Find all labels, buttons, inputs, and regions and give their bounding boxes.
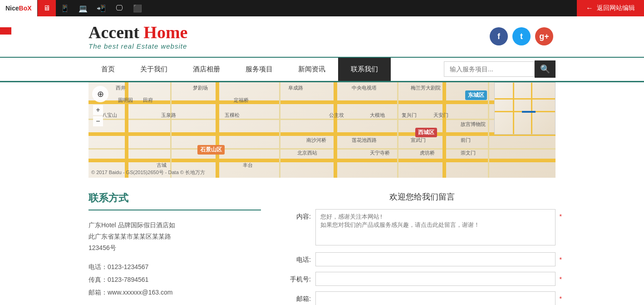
map-label-bajieshan: 八宝山 (102, 112, 117, 119)
content-input-wrap: * (315, 209, 556, 247)
back-edit-button[interactable]: ← 返回网站编辑 (577, 0, 644, 16)
email-label: 邮箱: (288, 291, 311, 303)
nav-search: 🔍 (444, 60, 556, 78)
googleplus-icon[interactable]: g+ (535, 27, 553, 45)
email-input-wrap: * (315, 291, 556, 305)
map-label-yutan: 玉泉路 (161, 112, 176, 119)
main-nav: 首页 关于我们 酒店相册 服务项目 新闻资讯 联系我们 🔍 (0, 58, 644, 82)
map-label-xuanwumen: 宣武门 (411, 137, 426, 144)
map-label-nanshahe: 南沙河桥 (306, 137, 326, 144)
qrcode-icon[interactable]: ⬛ (128, 0, 147, 16)
contact-section: 联系方式 广东Hotel 品牌国际假日酒店如 此广东省某某市某某区某某路 123… (88, 191, 261, 305)
contact-address: 广东Hotel 品牌国际假日酒店如 此广东省某某市某某区某某路 123456号 (88, 220, 261, 254)
map-label-meishu: 梅兰芳大剧院 (411, 85, 441, 91)
nav-gallery[interactable]: 酒店相册 (180, 58, 233, 81)
map-label-wulomat: 五棵松 (225, 112, 240, 119)
map-zoom-out[interactable]: − (93, 116, 103, 126)
district-dongcheng: 东城区 (465, 90, 487, 100)
admin-bar: NiceBoX 🖥 📱 💻 📲 🖵 ⬛ ← 返回网站编辑 (0, 0, 644, 16)
map-label-zhongyangdianshi: 中央电视塔 (352, 85, 377, 91)
mobile-icon[interactable]: 📱 (56, 0, 74, 16)
map-copyright: © 2017 Baidu - GS(2015)2650号 - Data © 长地… (91, 169, 205, 176)
content-textarea[interactable] (315, 209, 556, 245)
map-area[interactable]: 东城区 西城区 朝阳区 石景山区 西井 田府 梦剧场 定福桥 阜成路 中央电视塔… (88, 82, 556, 178)
map-label-jingxi: 北京西站 (297, 150, 317, 156)
back-arrow-icon: ← (586, 4, 593, 12)
nav-items: 首页 关于我们 酒店相册 服务项目 新闻资讯 联系我们 (88, 58, 444, 81)
nav-news[interactable]: 新闻资讯 (285, 58, 338, 81)
admin-bar-right: ← 返回网站编辑 (577, 0, 644, 16)
map-label-mengju: 梦剧场 (193, 85, 208, 91)
district-shijingshan: 石景山区 (197, 145, 225, 155)
contact-address-line1: 广东Hotel 品牌国际假日酒店如 (88, 220, 261, 231)
contact-address-line2: 此广东省某某市某某区某某路 (88, 231, 261, 242)
side-tab[interactable]: 起起 (0, 27, 11, 35)
map-label-dingfu: 定福桥 (234, 97, 249, 104)
nav-contact[interactable]: 联系我们 (338, 58, 391, 81)
map-label-tianheyuan: 天宁寺桥 (370, 150, 390, 156)
tablet-landscape-icon[interactable]: 💻 (74, 0, 92, 16)
contact-email: 邮箱：www.xxxxxx@163.com (88, 286, 261, 299)
map-label-hubbao: 虎坊桥 (420, 150, 435, 156)
map-label-guancheng: 圆明园 (118, 97, 133, 104)
desktop-icon[interactable]: 🖥 (38, 0, 56, 16)
email-input[interactable] (315, 291, 556, 305)
content-label: 内容: (288, 209, 311, 221)
content-required: * (560, 213, 562, 220)
twitter-icon[interactable]: t (512, 27, 531, 45)
district-xicheng: 西城区 (415, 128, 437, 137)
email-required: * (560, 295, 562, 302)
mobile-label: 手机号: (288, 272, 311, 284)
facebook-icon[interactable]: f (490, 27, 508, 45)
logo-subtitle: The best real Estate website (88, 42, 187, 50)
form-row-email: 邮箱: * (288, 291, 556, 305)
nav-about[interactable]: 关于我们 (128, 58, 180, 81)
mobile-input-wrap: * (315, 272, 556, 286)
social-icons: f t g+ (490, 27, 553, 45)
message-title: 欢迎您给我们留言 (288, 191, 556, 202)
search-button[interactable]: 🔍 (535, 60, 556, 78)
map-label-lianhua: 莲花池西路 (352, 137, 377, 144)
nicebox-logo[interactable]: NiceBoX (0, 0, 38, 16)
tablet-icon[interactable]: 📲 (92, 0, 110, 16)
logo-main: Accent Home (88, 23, 187, 42)
phone-required: * (560, 256, 562, 263)
search-input[interactable] (444, 61, 535, 77)
mobile-required: * (560, 275, 562, 283)
nav-home[interactable]: 首页 (88, 58, 128, 81)
map-zoom-in[interactable]: + (93, 105, 103, 115)
map-label-gucheng: 古城 (157, 162, 167, 169)
nav-services[interactable]: 服务项目 (233, 58, 285, 81)
contact-fax: 传真：0123-7894561 (88, 273, 261, 286)
phone-label: 电话: (288, 252, 311, 264)
map-label-qianmen: 前门 (461, 137, 471, 144)
contact-phone: 电话：0123-1234567 (88, 260, 261, 273)
back-edit-label: 返回网站编辑 (597, 4, 635, 12)
map-label-gugong: 故宫博物院 (461, 121, 486, 128)
map-label-damo: 大模地 (370, 112, 385, 119)
map-label-fuxing: 复兴门 (402, 112, 417, 119)
map-label-yongding: 丰台 (243, 162, 253, 169)
contact-info: 电话：0123-1234567 传真：0123-7894561 邮箱：www.x… (88, 260, 261, 299)
form-row-content: 内容: * (288, 209, 556, 247)
phone-input[interactable] (315, 252, 556, 266)
map-minimap (494, 82, 556, 135)
message-section: 欢迎您给我们留言 内容: * 电话: * 手机号: * 邮箱: (288, 191, 556, 305)
site-header: Accent Home The best real Estate website… (0, 16, 644, 58)
map-wrapper: 东城区 西城区 朝阳区 石景山区 西井 田府 梦剧场 定福桥 阜成路 中央电视塔… (88, 82, 556, 178)
map-compass[interactable]: ⊕ (92, 86, 108, 102)
mobile-input[interactable] (315, 272, 556, 286)
phone-input-wrap: * (315, 252, 556, 266)
map-label-xijing: 西井 (116, 85, 126, 91)
monitor-icon[interactable]: 🖵 (110, 0, 128, 16)
form-row-phone: 电话: * (288, 252, 556, 266)
map-label-tiananmen: 天安门 (433, 112, 448, 119)
logo-text: ome (157, 23, 188, 42)
map-label-gongzhu: 公主坟 (329, 112, 344, 119)
contact-title: 联系方式 (88, 191, 261, 210)
map-label-tianfu: 田府 (143, 97, 153, 104)
map-label-fucheng: 阜成路 (288, 85, 303, 91)
site-logo: Accent Home The best real Estate website (88, 23, 187, 50)
content-area: 联系方式 广东Hotel 品牌国际假日酒店如 此广东省某某市某某区某某路 123… (0, 178, 644, 305)
form-row-mobile: 手机号: * (288, 272, 556, 286)
